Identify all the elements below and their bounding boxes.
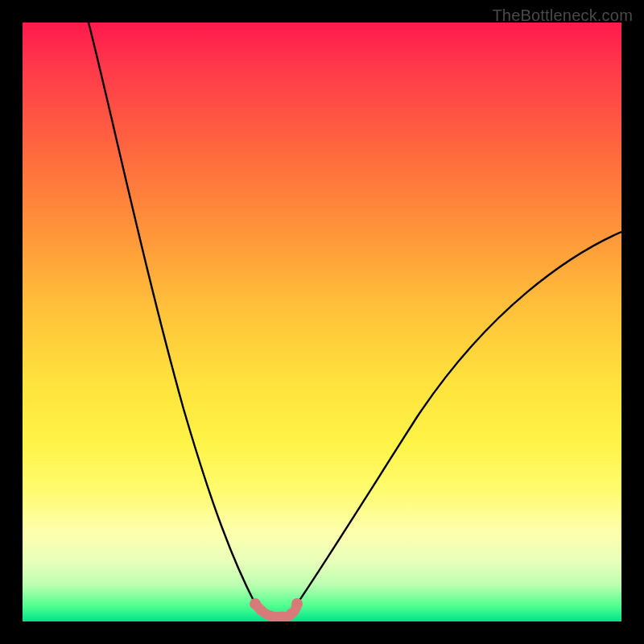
- plateau-dot: [291, 598, 303, 609]
- chart-frame: TheBottleneck.com: [0, 0, 644, 644]
- curve-left: [89, 23, 255, 604]
- plateau-dot: [277, 612, 287, 622]
- plateau-dot: [256, 605, 266, 616]
- plateau-dot: [287, 609, 297, 619]
- plateau-dot: [266, 611, 276, 621]
- curve-layer: [23, 23, 621, 621]
- watermark-text: TheBottleneck.com: [492, 6, 633, 25]
- curve-right: [297, 232, 621, 604]
- plot-area: [23, 23, 621, 621]
